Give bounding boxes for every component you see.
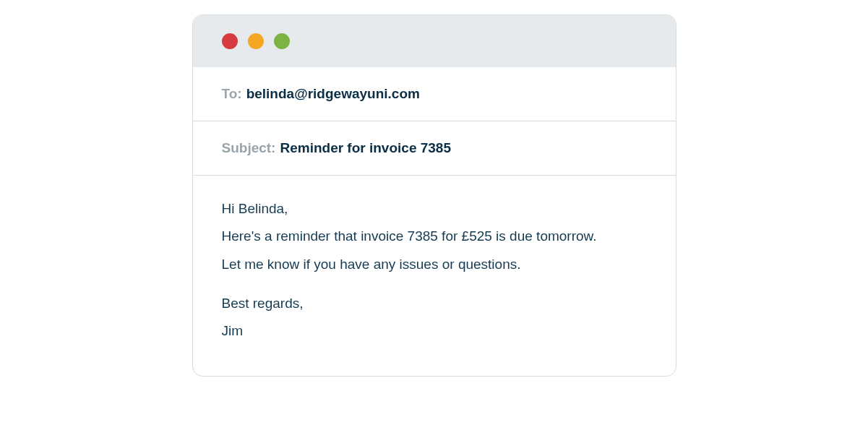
email-window: To: belinda@ridgewayuni.com Subject: Rem… (192, 14, 676, 377)
subject-value[interactable]: Reminder for invoice 7385 (280, 140, 451, 156)
to-value[interactable]: belinda@ridgewayuni.com (246, 86, 420, 102)
subject-row: Subject: Reminder for invoice 7385 (193, 121, 676, 176)
body-greeting: Hi Belinda, (222, 197, 647, 220)
body-line1: Here's a reminder that invoice 7385 for … (222, 225, 647, 248)
window-titlebar (193, 15, 676, 67)
email-body[interactable]: Hi Belinda, Here's a reminder that invoi… (193, 176, 676, 376)
body-sender: Jim (222, 319, 647, 343)
body-signoff: Best regards, (222, 292, 647, 315)
to-row: To: belinda@ridgewayuni.com (193, 67, 676, 121)
maximize-icon[interactable] (274, 33, 290, 49)
close-icon[interactable] (222, 33, 238, 49)
body-line2: Let me know if you have any issues or qu… (222, 253, 647, 276)
minimize-icon[interactable] (248, 33, 264, 49)
subject-label: Subject: (222, 140, 276, 156)
to-label: To: (222, 86, 242, 102)
